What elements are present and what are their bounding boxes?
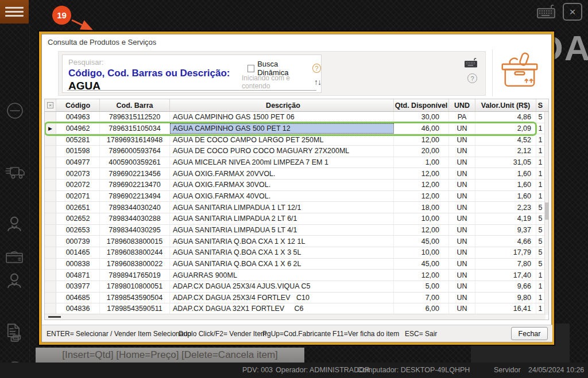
table-row[interactable]: 0020717896902213494AGUA OXIG.FARMAX 40VO… [45,191,548,202]
hint-enter: ENTER= Selecionar / Vender Item Selecion… [47,330,191,338]
cell-qtd: 7,00 [394,293,449,303]
cell-sel [45,213,56,224]
statusbar-operator: Operador: ADMINISTRADOR [276,366,370,374]
table-row[interactable]: 00397717898010800051ADAP.CX DAGUA 25X3/4… [45,281,548,293]
cell-qtd: 18,00 [394,202,449,213]
help-icon-gray[interactable]: ? [467,73,477,83]
cell-qtd: 45,00 [394,236,449,247]
cell-und: UN [449,213,475,224]
cell-sel [45,281,56,292]
cell-sel [45,270,56,280]
header-valor-unit[interactable]: Valor.Unit (R$) [475,99,536,111]
cell-desc: AGUA CAMPINHO GAS 500 PET 12 [170,123,394,134]
header-cod-barra[interactable]: Cod. Barra [100,99,170,111]
cell-desc: AGUA DE COCO PURO COCO MAGUARY 27X200ML [170,146,394,157]
table-row[interactable]: 0049774005900359261AGUA MICELAR NIVEA 20… [45,157,548,169]
cell-cod: 004836 [56,303,100,314]
sort-arrows-icon[interactable]: ↑↓ [314,77,321,87]
cell-sel [45,191,56,202]
table-row[interactable]: 0020727896902213470AGUA OXIG.FARMAX 30VO… [45,180,548,191]
cell-sel [45,202,56,213]
cell-desc: ADAP.CX DAGUA 25X3/4 AJUS.VIQUA C5 [170,281,394,292]
search-field-label: Código, Cod. Barras ou Descrição: [68,68,230,79]
cell-desc: ADAP.CX DAGUA 32X1 FORTLEV C6 [170,303,394,314]
cell-bar: 17896083800015 [100,236,170,247]
header-und[interactable]: UND [449,99,475,111]
cell-ext: 5 [536,259,544,270]
receipt-payment-icon[interactable] [5,323,22,345]
keyboard-icon[interactable] [535,3,557,21]
table-row[interactable]: 0020737896902213456AGUA OXIG.FARMAX 20VV… [45,168,548,180]
cell-ext: 5 [536,202,544,213]
vertical-scrollbar-thumb[interactable] [545,202,548,220]
hamburger-menu-icon[interactable] [0,0,29,24]
cell-val: 1,60 [475,180,536,190]
table-body: 0049637896315112520AGUA CAMPINHO GAS 150… [45,112,548,315]
close-window-button[interactable]: × [563,3,582,21]
table-row[interactable]: 00468517898543590504ADAP.CX DAGUA 25X3/4… [45,293,548,304]
header-qtd-disponivel[interactable]: Qtd. Disponível [394,99,449,111]
table-row[interactable]: 0026537898344030295AGUA SANITARIA LIMPAD… [45,225,548,236]
cell-und: UN [449,146,475,157]
cell-desc: AGUA SANITARIA LIMPADUA 2 LT 6/1 [170,213,394,224]
cell-desc: AGUA CAMPINHO GAS 1500 PET 06 [170,112,394,123]
help-icon-orange[interactable]: ? [312,64,321,73]
cell-sel [45,293,56,303]
table-row[interactable]: 00146517896083800244AGUA SANITARIA Q.BOA… [45,247,548,259]
statusbar-server: Servidor [494,366,521,374]
cell-val: 9,37 [475,225,536,236]
sidebar [0,24,30,378]
cell-sel [45,157,56,168]
table-row[interactable]: 00483617898543590511ADAP.CX DAGUA 32X1 F… [45,303,548,315]
cell-desc: AGUA OXIG.FARMAX 20VVOL. [170,168,394,179]
cell-und: UN [449,236,475,247]
header-codigo[interactable]: Código [56,99,100,111]
table-row[interactable]: 0015987896000593764AGUA DE COCO PURO COC… [45,146,548,157]
cell-qtd: 12,00 [394,225,449,236]
table-row[interactable]: 00083817896083800022AGUA SANITARIA Q.BOA… [45,259,548,270]
search-box[interactable]: Pesquisar: Código, Cod. Barras ou Descri… [62,54,322,93]
customer-icon[interactable] [5,215,24,235]
table-row[interactable]: ▶0049627896315105034AGUA CAMPINHO GAS 50… [45,123,548,135]
cell-bar: 7896315105034 [100,123,170,134]
virtual-keyboard-icon[interactable] [463,56,478,70]
dialog-footer: ENTER= Selecionar / Vender Item Selecion… [42,325,552,342]
cell-desc: AGUA SANITARIA Q.BOA CXA 1 X 3 5L [170,247,394,258]
cell-und: UN [449,303,475,314]
operator-icon[interactable] [5,271,24,292]
statusbar-pdv: PDV: 003 [242,366,273,374]
minus-circle-icon[interactable] [5,101,25,123]
header-extra-clipped[interactable]: S [536,99,544,111]
cell-ext: 1 [536,168,544,179]
table-row[interactable]: 0026527898344030288AGUA SANITARIA LIMPAD… [45,213,548,225]
cell-qtd: 12,00 [394,180,449,190]
cell-qtd: 30,00 [394,112,449,123]
vertical-scrollbar[interactable] [544,112,548,315]
cell-bar: 7898344030240 [100,202,170,213]
annotation-arrow-icon [69,18,98,34]
table-row[interactable]: 0048717898941765019AGUARRAS 900ML12,00UN… [45,270,548,281]
delivery-truck-icon[interactable] [5,165,26,183]
table-row[interactable]: 00528117896931614948AGUA DE COCO CAMPO L… [45,134,548,146]
cell-und: UN [449,225,475,236]
selector-box-icon: × [47,102,53,108]
table-row[interactable]: 0049637896315112520AGUA CAMPINHO GAS 150… [45,112,548,123]
cell-qtd: 10,00 [394,247,449,258]
cash-drawer-icon[interactable] [5,250,24,266]
cell-sel: ▶ [45,123,56,134]
fechar-button[interactable]: Fechar [511,327,548,340]
table-row[interactable]: 00073917896083800015AGUA SANITARIA Q.BOA… [45,236,548,247]
cell-und: UN [449,157,475,168]
header-selector[interactable]: × [45,99,56,111]
dynamic-search-checkbox[interactable] [247,65,254,72]
cell-ext: 1 [536,180,544,190]
cell-und: UN [449,191,475,202]
table-row[interactable]: 0026517898344030240AGUA SANITARIA LIMPAD… [45,202,548,213]
cell-val: 17,40 [475,270,536,280]
horizontal-scrollbar-thumb[interactable] [48,316,61,318]
cell-desc: AGUA OXIG.FARMAX 40VOL. [170,191,394,202]
header-descricao[interactable]: Descrição [170,99,394,111]
cell-cod: 004963 [56,112,100,123]
cell-sel [45,225,56,236]
horizontal-scrollbar[interactable] [45,314,546,319]
